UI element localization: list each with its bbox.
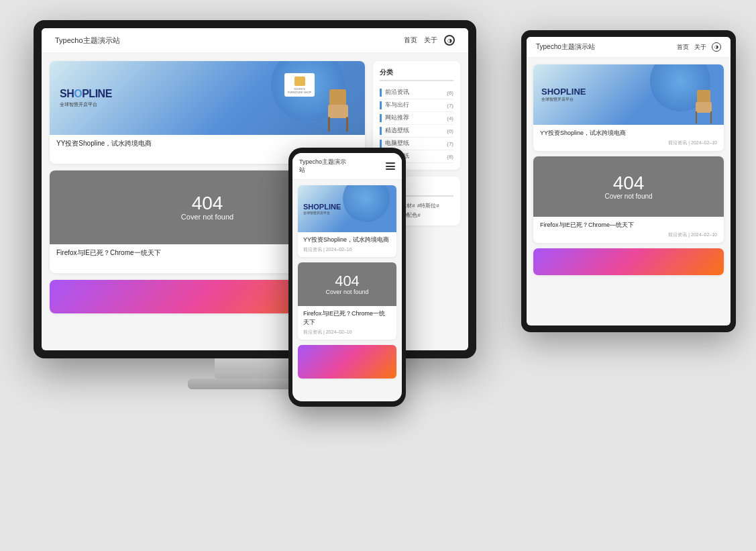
phone-post-title-firefox: Firefox与IE已死？Chrome一统天下 bbox=[303, 309, 391, 327]
shopline-title: SHOPLINE bbox=[60, 88, 112, 100]
tablet-shopline-title: SHOPLINE bbox=[541, 87, 586, 97]
tablet-nav-about[interactable]: 关于 bbox=[694, 43, 706, 52]
nav-home[interactable]: 首页 bbox=[404, 36, 417, 45]
tablet-post-purple[interactable] bbox=[533, 248, 724, 275]
cat-name-0: 前沿资讯 bbox=[380, 89, 409, 97]
phone-post-info-firefox: 前沿资讯 | 2024–02–10 bbox=[303, 329, 391, 336]
tablet-purple-cover bbox=[533, 248, 724, 275]
phone-logo: Typecho主题演示站 bbox=[299, 158, 346, 174]
tablet-logo: Typecho主题演示站 bbox=[536, 42, 595, 52]
phone-post-shopline[interactable]: SHOPLINE 全球智慧开店平台 YY投资Shopline，试水跨境电商 前沿… bbox=[298, 185, 396, 257]
phone-post-firefox[interactable]: 404 Cover not found Firefox与IE已死？Chrome一… bbox=[298, 262, 396, 340]
tablet-post-meta-shopline: YY投资Shopline，试水跨境电商 前沿资讯 | 2024–02–10 bbox=[533, 125, 724, 151]
desktop-monitor: Typecho主题演示站 首页 关于 ◑ bbox=[34, 20, 476, 389]
cat-name-2: 网站推荐 bbox=[380, 114, 409, 122]
cat-count-2: (4) bbox=[447, 115, 453, 121]
tablet-404-msg: Cover not found bbox=[604, 193, 652, 200]
cat-count-4: (7) bbox=[447, 141, 453, 147]
phone-post-meta-firefox: Firefox与IE已死？Chrome一统天下 前沿资讯 | 2024–02–1… bbox=[298, 306, 396, 340]
tablet-post-meta-firefox: Firefox与IE已死？Chrome—统天下 前沿资讯 | 2024–02–1… bbox=[533, 217, 724, 243]
tablet-shopline-cover: SHOPLINE 全球智慧开店平台 bbox=[533, 64, 724, 125]
cat-item-1[interactable]: 车与出行 (7) bbox=[380, 99, 453, 112]
tablet-bezel: Typecho主题演示站 首页 关于 ◑ SHOPLINE 全球智 bbox=[521, 30, 736, 332]
cat-count-3: (0) bbox=[447, 128, 453, 134]
phone-404-num: 404 bbox=[335, 274, 360, 289]
monitor-bezel: Typecho主题演示站 首页 关于 ◑ bbox=[34, 20, 476, 358]
phone-nav: Typecho主题演示站 bbox=[292, 153, 402, 180]
tablet-chair-deco bbox=[690, 90, 717, 123]
post-cover-shopline: SHOPLINE 全球智慧开店平台 SLEEK'S FURNITURE SHOP bbox=[50, 61, 365, 135]
phone-shopline-title: SHOPLINE bbox=[303, 203, 341, 211]
phone-shopline-cover: SHOPLINE 全球智慧开店平台 bbox=[298, 185, 396, 232]
phone-main: SHOPLINE 全球智慧开店平台 YY投资Shopline，试水跨境电商 前沿… bbox=[292, 180, 402, 389]
hamburger-menu-icon[interactable] bbox=[386, 162, 395, 170]
cat-item-0[interactable]: 前沿资讯 (6) bbox=[380, 87, 453, 99]
tag-4[interactable]: #配色# bbox=[404, 211, 421, 219]
desktop-nav: Typecho主题演示站 首页 关于 ◑ bbox=[42, 28, 468, 53]
tablet-post-title-firefox: Firefox与IE已死？Chrome—统天下 bbox=[540, 221, 717, 230]
cat-count-1: (7) bbox=[447, 103, 453, 109]
shopline-subtitle: 全球智慧开店平台 bbox=[60, 101, 112, 108]
phone-device: Typecho主题演示站 SHOPLINE 全球智慧开店平台 bbox=[288, 148, 406, 407]
tablet-chair-seat bbox=[696, 102, 712, 113]
scene: Typecho主题演示站 首页 关于 ◑ bbox=[0, 0, 756, 551]
phone-post-info-shopline: 前沿资讯 | 2024–02–10 bbox=[303, 246, 391, 253]
chair-seat bbox=[328, 105, 348, 118]
nav-about[interactable]: 关于 bbox=[424, 36, 437, 45]
theme-toggle-icon[interactable]: ◑ bbox=[444, 35, 455, 46]
tablet-post-title-shopline: YY投资Shopline，试水跨境电商 bbox=[540, 129, 717, 138]
tablet-shopline-sub: 全球智慧开店平台 bbox=[541, 97, 586, 103]
tablet-nav: Typecho主题演示站 首页 关于 ◑ bbox=[527, 37, 731, 58]
phone-bezel: Typecho主题演示站 SHOPLINE 全球智慧开店平台 bbox=[288, 148, 406, 407]
tablet-screen: Typecho主题演示站 首页 关于 ◑ SHOPLINE 全球智 bbox=[527, 37, 731, 325]
tablet-chair-leg-left bbox=[696, 111, 697, 123]
cat-item-3[interactable]: 精选壁纸 (0) bbox=[380, 125, 453, 138]
tablet-404-cover: 404 Cover not found bbox=[533, 156, 724, 217]
phone-circle-deco bbox=[343, 185, 390, 222]
shopline-box: SLEEK'S FURNITURE SHOP bbox=[284, 73, 315, 97]
cat-count-5: (8) bbox=[447, 154, 453, 160]
phone-post-meta-shopline: YY投资Shopline，试水跨境电商 前沿资讯 | 2024–02–10 bbox=[298, 232, 396, 257]
chair-leg-right bbox=[346, 117, 348, 132]
tablet-404-num: 404 bbox=[613, 174, 645, 193]
phone-404-msg: Cover not found bbox=[325, 289, 368, 295]
tablet-nav-home[interactable]: 首页 bbox=[677, 43, 689, 52]
cat-name-1: 车与出行 bbox=[380, 101, 409, 109]
categories-title: 分类 bbox=[380, 68, 453, 81]
post-title-shopline: YY投资Shopline，试水跨境电商 bbox=[56, 139, 358, 148]
monitor-stand bbox=[215, 358, 295, 379]
tablet-chair-leg-right bbox=[710, 111, 712, 123]
cat-count-0: (6) bbox=[447, 90, 453, 96]
desktop-logo: Typecho主题演示站 bbox=[55, 36, 120, 46]
tablet-post-firefox[interactable]: 404 Cover not found Firefox与IE已死？Chrome—… bbox=[533, 156, 724, 243]
tablet-nav-links: 首页 关于 ◑ bbox=[677, 42, 721, 52]
tag-2[interactable]: #特斯拉# bbox=[417, 202, 439, 209]
tablet-theme-toggle[interactable]: ◑ bbox=[712, 42, 721, 52]
phone-screen: Typecho主题演示站 SHOPLINE 全球智慧开店平台 bbox=[292, 153, 402, 401]
tablet-post-info-firefox: 前沿资讯 | 2024–02–10 bbox=[540, 232, 717, 238]
tablet-post-shopline[interactable]: SHOPLINE 全球智慧开店平台 bbox=[533, 64, 724, 151]
shopline-brand: SHOPLINE 全球智慧开店平台 bbox=[60, 88, 112, 108]
chair-deco bbox=[321, 91, 355, 132]
error-number: 404 bbox=[192, 194, 223, 213]
tablet-post-info-shopline: 前沿资讯 | 2024–02–10 bbox=[540, 140, 717, 146]
tablet-shopline-brand: SHOPLINE 全球智慧开店平台 bbox=[541, 87, 586, 103]
phone-purple-cover bbox=[298, 345, 396, 379]
error-message: Cover not found bbox=[181, 213, 233, 221]
chair-leg-left bbox=[328, 117, 330, 132]
box-icon bbox=[294, 77, 305, 86]
cat-name-4: 电脑壁纸 bbox=[380, 140, 409, 148]
phone-shopline-sub: 全球智慧开店平台 bbox=[303, 211, 341, 215]
phone-shopline-brand: SHOPLINE 全球智慧开店平台 bbox=[303, 203, 341, 215]
phone-post-title-shopline: YY投资Shopline，试水跨境电商 bbox=[303, 236, 391, 244]
tablet-device: Typecho主题演示站 首页 关于 ◑ SHOPLINE 全球智 bbox=[521, 30, 736, 332]
phone-404-cover: 404 Cover not found bbox=[298, 262, 396, 306]
phone-post-purple[interactable] bbox=[298, 345, 396, 379]
cat-item-2[interactable]: 网站推荐 (4) bbox=[380, 112, 453, 125]
cat-name-3: 精选壁纸 bbox=[380, 127, 409, 135]
desktop-nav-links: 首页 关于 ◑ bbox=[404, 35, 455, 46]
tablet-main: SHOPLINE 全球智慧开店平台 bbox=[527, 58, 731, 287]
